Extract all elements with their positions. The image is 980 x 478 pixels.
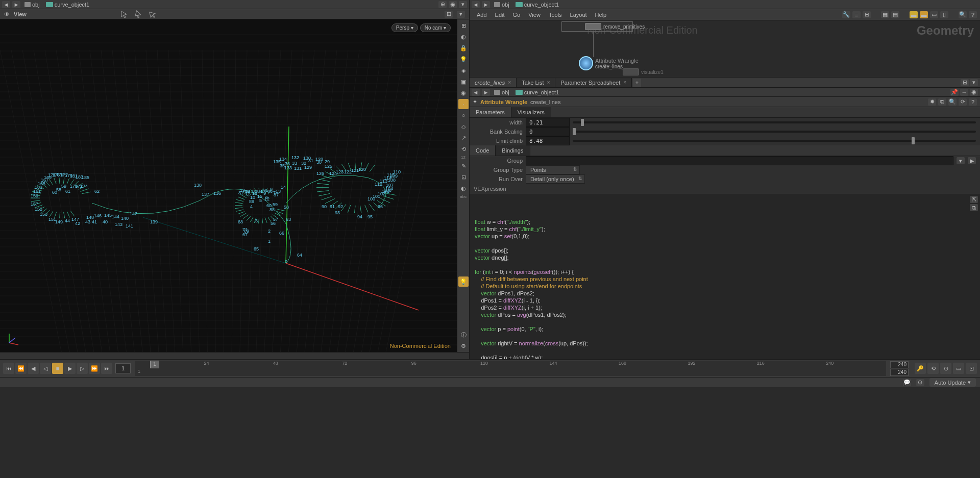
p-back[interactable]: ◄ [472, 89, 480, 96]
node-visualize[interactable]: visualize1 [623, 68, 664, 76]
toggle-3[interactable]: ○ [458, 110, 469, 120]
first-frame-button[interactable]: ⏮ [3, 363, 14, 374]
key-icon[interactable]: 🔑 [915, 363, 926, 374]
move-tool[interactable] [134, 10, 143, 19]
menu-button[interactable]: ▾ [459, 1, 467, 8]
search-icon[interactable]: 🔍 [959, 11, 967, 18]
point-num-toggle[interactable]: · [458, 99, 469, 109]
clock-icon[interactable]: ⊙ [916, 379, 924, 386]
toggle-2[interactable]: ◉ [458, 88, 469, 98]
tree-icon[interactable]: ⊞ [863, 11, 871, 18]
bc-obj[interactable]: obj [22, 2, 42, 8]
wrench-icon[interactable]: 🔧 [842, 11, 850, 18]
menu-edit[interactable]: Edit [491, 10, 509, 19]
pin-icon[interactable]: 📌 [950, 89, 959, 96]
timeline-track[interactable]: 1 1 24487296120144168192216240 [135, 361, 886, 376]
filter-icon[interactable]: ⧉ [938, 98, 946, 106]
toggle-1[interactable]: ◐ [458, 32, 469, 42]
menu-tools[interactable]: Tools [545, 10, 566, 19]
external-icon[interactable]: ⧉ [970, 204, 978, 211]
width-slider[interactable] [573, 121, 976, 123]
tab-param-spreadsheet[interactable]: Parameter Spreadsheet× [555, 78, 632, 87]
close-icon[interactable]: × [623, 80, 626, 85]
pane-menu-icon[interactable]: ▾ [970, 79, 978, 86]
toggle-6[interactable]: ⟲ [458, 144, 469, 154]
help-icon[interactable]: ? [969, 11, 977, 18]
persp-badge[interactable]: Persp ▾ [391, 23, 418, 32]
menu-go[interactable]: Go [509, 10, 525, 19]
toggle-4[interactable]: ◇ [458, 121, 469, 132]
ne-bc-obj[interactable]: obj [492, 2, 511, 8]
playhead[interactable]: 1 [150, 361, 159, 368]
grid-icon[interactable]: ▦ [881, 11, 889, 18]
chat-icon[interactable]: 💬 [903, 379, 911, 386]
pane-max-icon[interactable]: ⊟ [961, 79, 969, 86]
frame-input[interactable] [115, 363, 131, 373]
select-tool[interactable] [119, 10, 129, 19]
add-tab-button[interactable]: + [633, 79, 641, 87]
realtime-icon[interactable]: ⊙ [940, 363, 951, 374]
bulb-toggle[interactable]: 💡 [458, 276, 469, 287]
link2-icon[interactable]: ◉ [970, 89, 978, 96]
tab-take-list[interactable]: Take List× [517, 78, 555, 87]
help2-icon[interactable]: ? [969, 98, 977, 106]
cube-icon[interactable]: ▣ [458, 77, 469, 87]
prev-key-button[interactable]: ⏪ [15, 363, 27, 374]
cam-badge[interactable]: No cam ▾ [420, 23, 451, 32]
group-picker-icon[interactable]: ▾ [957, 157, 965, 164]
expand-icon[interactable]: ⇱ [970, 196, 978, 203]
menu-help[interactable]: Help [591, 10, 611, 19]
network-editor[interactable]: Geometry Non-Commercial Edition remove_p… [470, 20, 980, 78]
info-icon[interactable]: ⓘ [458, 330, 469, 340]
close-icon[interactable]: × [508, 80, 511, 85]
axis-gizmo[interactable] [5, 332, 20, 347]
vp-menu-button[interactable]: ▾ [457, 11, 465, 18]
subtab-bindings[interactable]: Bindings [496, 145, 530, 156]
bank-input[interactable] [526, 127, 570, 136]
runover-dropdown[interactable]: Detail (only once) [526, 174, 585, 184]
gear-icon[interactable]: ✹ [928, 98, 936, 106]
link-button[interactable]: ◉ [449, 1, 457, 8]
font-size-label[interactable]: 12 [458, 155, 468, 160]
p-bc-node[interactable]: curve_object1 [513, 89, 561, 95]
list-icon[interactable]: ≡ [852, 11, 861, 18]
rotate-tool[interactable] [148, 10, 157, 19]
box-icon[interactable]: ▭ [930, 11, 938, 18]
toggle-5[interactable]: ↗ [458, 133, 469, 143]
play-back-button[interactable]: ◁ [40, 363, 51, 374]
search2-icon[interactable]: 🔍 [948, 98, 957, 106]
global-end[interactable]: 240 [890, 369, 909, 376]
ne-back[interactable]: ◄ [472, 1, 480, 8]
menu-add[interactable]: Add [473, 10, 491, 19]
gear-icon[interactable]: ⚙ [458, 341, 469, 351]
ghost-icon[interactable]: ◈ [458, 65, 469, 76]
node-name-field[interactable]: create_lines [530, 99, 560, 105]
toggle-7[interactable]: ✎ [458, 161, 469, 171]
stop-button[interactable]: ■ [52, 363, 63, 374]
step-back-button[interactable]: ◀ [28, 363, 39, 374]
p-bc-obj[interactable]: obj [492, 89, 511, 95]
toggle-9[interactable]: ◐ [458, 183, 469, 193]
jump-icon[interactable]: → [960, 89, 968, 96]
vex-code-editor[interactable]: ⇱ ⧉ float w = chf("./width");float limit… [470, 194, 980, 359]
step-fwd-button[interactable]: ▷ [77, 363, 88, 374]
audio-icon[interactable]: ▭ [953, 363, 964, 374]
subtab-code[interactable]: Code [470, 145, 496, 156]
light-icon[interactable]: 💡 [458, 54, 469, 64]
play-button[interactable]: ▶ [64, 363, 76, 374]
pin-button[interactable]: ⊕ [438, 1, 447, 8]
nav-back-button[interactable]: ◄ [2, 1, 10, 8]
ne-fwd[interactable]: ► [482, 1, 490, 8]
bank-slider[interactable] [573, 131, 976, 133]
gtype-dropdown[interactable]: Points [526, 165, 580, 174]
close-icon[interactable]: × [547, 80, 550, 85]
abc-label[interactable]: abc [458, 194, 468, 199]
grid2-icon[interactable]: ▤ [891, 11, 899, 18]
tab-create-lines[interactable]: create_lines× [470, 78, 517, 87]
p-fwd[interactable]: ► [482, 89, 490, 96]
stack-icon[interactable]: ▯ [940, 11, 948, 18]
range-end[interactable]: 240 [890, 361, 909, 368]
vp-max-button[interactable]: ⊞ [445, 11, 453, 18]
menu-view[interactable]: View [524, 10, 545, 19]
nav-fwd-button[interactable]: ► [12, 1, 20, 8]
